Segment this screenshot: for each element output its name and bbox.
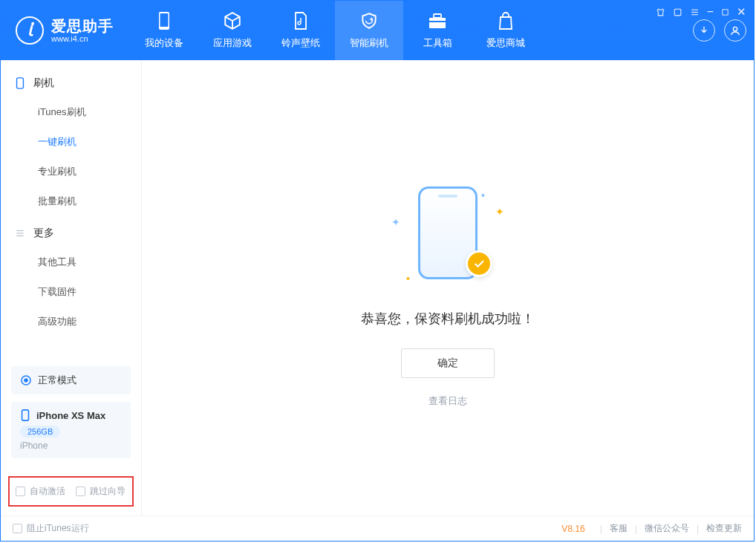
sparkle-icon: ✦ (495, 206, 504, 218)
mode-card[interactable]: 正常模式 (11, 366, 131, 394)
device-capacity-badge: 256GB (20, 426, 60, 438)
nav-my-device[interactable]: 我的设备 (130, 1, 198, 60)
svg-rect-6 (160, 13, 169, 27)
toolbox-icon (428, 11, 447, 30)
sparkle-icon: • (481, 189, 485, 201)
list-icon (14, 227, 26, 239)
cube-icon (223, 11, 242, 30)
sidebar-item-pro-flash[interactable]: 专业刷机 (1, 157, 141, 186)
footer-link-wechat[interactable]: 微信公众号 (645, 522, 689, 535)
svg-rect-0 (674, 9, 681, 16)
menu-icon[interactable] (690, 7, 700, 17)
nav-flash[interactable]: 智能刷机 (335, 1, 403, 60)
brand-subtitle: www.i4.cn (51, 34, 114, 43)
nav-ringtones[interactable]: 铃声壁纸 (267, 1, 335, 60)
sidebar-item-itunes-flash[interactable]: iTunes刷机 (1, 97, 141, 127)
sidebar-item-download-firmware[interactable]: 下载固件 (1, 277, 141, 307)
sidebar-group-flash: 刷机 (1, 66, 141, 97)
svg-rect-11 (17, 78, 24, 88)
download-button[interactable] (693, 19, 715, 42)
ok-button[interactable]: 确定 (401, 348, 495, 378)
success-illustration: ✦ ✦ • • (381, 186, 515, 290)
checkbox-icon (13, 524, 22, 533)
nav-toolbox[interactable]: 工具箱 (403, 1, 472, 60)
checkbox-icon (76, 487, 85, 496)
bag-icon (496, 11, 515, 30)
footer: 阻止iTunes运行 V8.16 | 客服 | 微信公众号 | 检查更新 (1, 516, 754, 541)
music-file-icon (291, 11, 310, 30)
mode-icon (20, 374, 32, 386)
top-nav: 我的设备 应用游戏 铃声壁纸 智能刷机 工具箱 (130, 1, 540, 60)
footer-link-update[interactable]: 检查更新 (706, 522, 742, 535)
svg-rect-4 (723, 9, 728, 14)
sidebar-item-oneclick-flash[interactable]: 一键刷机 (1, 127, 141, 157)
nav-apps-games[interactable]: 应用游戏 (198, 1, 267, 60)
sidebar-item-advanced[interactable]: 高级功能 (1, 307, 141, 336)
device-card[interactable]: iPhone XS Max 256GB iPhone (11, 402, 131, 458)
sparkle-icon: ✦ (391, 216, 400, 228)
brand-logo-icon: ἰ (16, 16, 44, 45)
footer-link-support[interactable]: 客服 (610, 522, 628, 535)
titlebar: ἰ 爱思助手 www.i4.cn 我的设备 应用游戏 铃声壁纸 (1, 1, 754, 60)
checkbox-auto-activate[interactable]: 自动激活 (16, 485, 65, 498)
svg-rect-9 (429, 21, 446, 22)
brand: ἰ 爱思助手 www.i4.cn (1, 1, 130, 60)
highlighted-options: 自动激活 跳过向导 (8, 476, 134, 507)
sidebar-item-batch-flash[interactable]: 批量刷机 (1, 186, 141, 216)
svg-rect-17 (22, 410, 29, 420)
svg-rect-7 (429, 18, 446, 28)
svg-point-10 (733, 27, 737, 30)
svg-point-16 (25, 379, 27, 382)
svg-rect-8 (434, 14, 441, 18)
phone-icon (154, 11, 174, 30)
version-label: V8.16 (561, 524, 584, 534)
feedback-icon[interactable] (673, 7, 682, 17)
sidebar-group-more: 更多 (1, 216, 141, 247)
checkbox-block-itunes[interactable]: 阻止iTunes运行 (13, 522, 89, 535)
nav-store[interactable]: 爱思商城 (472, 1, 540, 60)
success-message: 恭喜您，保资料刷机成功啦！ (361, 310, 535, 328)
device-type: iPhone (20, 440, 122, 451)
main-content: ✦ ✦ • • 恭喜您，保资料刷机成功啦！ 确定 查看日志 (142, 60, 754, 516)
checkbox-skip-guide[interactable]: 跳过向导 (76, 485, 126, 498)
mode-label: 正常模式 (38, 374, 76, 387)
sidebar-item-other-tools[interactable]: 其他工具 (1, 247, 141, 277)
sparkle-icon: • (406, 273, 410, 284)
device-icon (14, 77, 26, 89)
skin-icon[interactable] (656, 7, 665, 17)
refresh-shield-icon (359, 11, 379, 30)
close-button[interactable]: ✕ (737, 5, 746, 19)
checkbox-icon (16, 487, 25, 496)
view-log-link[interactable]: 查看日志 (428, 394, 467, 408)
brand-title: 爱思助手 (51, 18, 114, 34)
maximize-button[interactable] (721, 8, 729, 16)
success-check-icon (466, 250, 492, 277)
sidebar: 刷机 iTunes刷机 一键刷机 专业刷机 批量刷机 更多 其他工具 下载固件 … (1, 60, 142, 516)
account-button[interactable] (724, 19, 746, 42)
device-name: iPhone XS Max (36, 410, 105, 421)
minimize-button[interactable]: − (707, 9, 714, 15)
device-small-icon (20, 409, 30, 421)
